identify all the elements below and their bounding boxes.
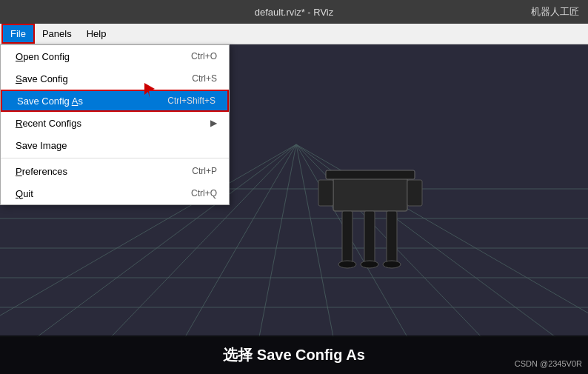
menu-save-config[interactable]: Save Config Ctrl+S (1, 67, 229, 90)
title-bar: default.rviz* - RViz 机器人工匠 (0, 0, 588, 24)
menu-help[interactable]: Help (79, 24, 114, 44)
save-image-label: Save Image (16, 140, 67, 151)
recent-configs-arrow: ▶ (210, 118, 217, 128)
menu-save-config-as[interactable]: Save Config As Ctrl+Shift+S (1, 90, 229, 112)
window-title: default.rviz* - RViz (255, 7, 333, 18)
caption-text: 选择 Save Config As (223, 345, 365, 365)
quit-shortcut: Ctrl+Q (191, 188, 217, 198)
robot-model (311, 167, 430, 300)
csdn-watermark: CSDN @2345V0R (515, 359, 582, 368)
save-config-as-shortcut: Ctrl+Shift+S (167, 96, 216, 106)
open-config-shortcut: Ctrl+O (191, 51, 217, 61)
svg-point-23 (338, 261, 356, 268)
preferences-shortcut: Ctrl+P (192, 166, 217, 176)
svg-line-4 (259, 144, 296, 337)
menu-save-image[interactable]: Save Image (1, 134, 229, 156)
svg-rect-17 (326, 170, 415, 179)
menu-bar: File Panels Help (0, 24, 588, 44)
svg-rect-18 (318, 180, 333, 206)
caption-bar: 选择 Save Config As (0, 335, 588, 374)
svg-rect-22 (387, 211, 397, 263)
preferences-label: Preferences (16, 166, 67, 177)
menu-panels[interactable]: Panels (35, 24, 79, 44)
save-config-shortcut: Ctrl+S (192, 73, 217, 84)
menu-file[interactable]: File (1, 24, 35, 44)
menu-quit[interactable]: Quit Ctrl+Q (1, 182, 229, 204)
open-config-label: Open Config (16, 51, 70, 62)
watermark-title: 机器人工匠 (531, 5, 579, 19)
menu-open-config[interactable]: Open Config Ctrl+O (1, 45, 229, 67)
save-config-as-label: Save Config As (17, 96, 83, 107)
file-dropdown-menu: Open Config Ctrl+O Save Config Ctrl+S Sa… (0, 44, 230, 205)
recent-configs-label: Recent Configs (16, 118, 81, 129)
dropdown-divider (1, 158, 229, 158)
svg-point-25 (383, 261, 401, 268)
quit-label: Quit (16, 188, 33, 199)
menu-preferences[interactable]: Preferences Ctrl+P (1, 160, 229, 182)
menu-recent-configs[interactable]: Recent Configs ▶ (1, 112, 229, 134)
svg-rect-20 (342, 211, 353, 263)
svg-point-24 (361, 261, 378, 268)
svg-rect-21 (364, 211, 375, 263)
svg-rect-19 (407, 180, 422, 206)
save-config-label: Save Config (16, 73, 68, 84)
